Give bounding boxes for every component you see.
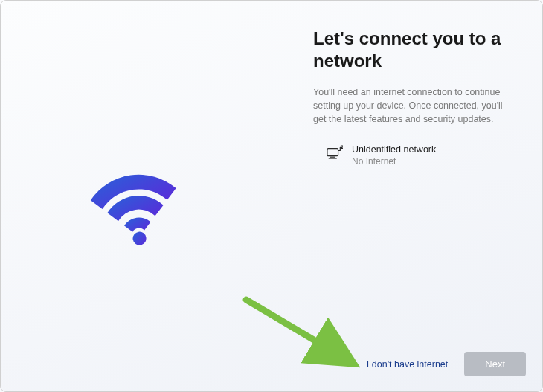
bottom-bar: I don't have internet Next (367, 352, 526, 376)
network-name: Unidentified network (352, 144, 436, 155)
no-internet-link[interactable]: I don't have internet (367, 359, 448, 370)
svg-rect-3 (329, 158, 337, 159)
right-panel: Let's connect you to a network You'll ne… (313, 28, 521, 167)
page-title: Let's connect you to a network (313, 28, 521, 72)
svg-rect-1 (327, 149, 338, 156)
left-panel (1, 1, 298, 391)
page-subtitle: You'll need an internet connection to co… (313, 86, 514, 126)
svg-rect-2 (330, 157, 335, 158)
wifi-hero-icon (83, 163, 187, 245)
network-status: No Internet (352, 156, 436, 168)
next-button[interactable]: Next (464, 352, 526, 376)
oobe-network-screen: Let's connect you to a network You'll ne… (0, 0, 543, 392)
svg-point-0 (132, 231, 147, 245)
network-item[interactable]: Unidentified network No Internet (313, 144, 521, 167)
network-text: Unidentified network No Internet (352, 144, 436, 167)
ethernet-icon (327, 145, 343, 160)
